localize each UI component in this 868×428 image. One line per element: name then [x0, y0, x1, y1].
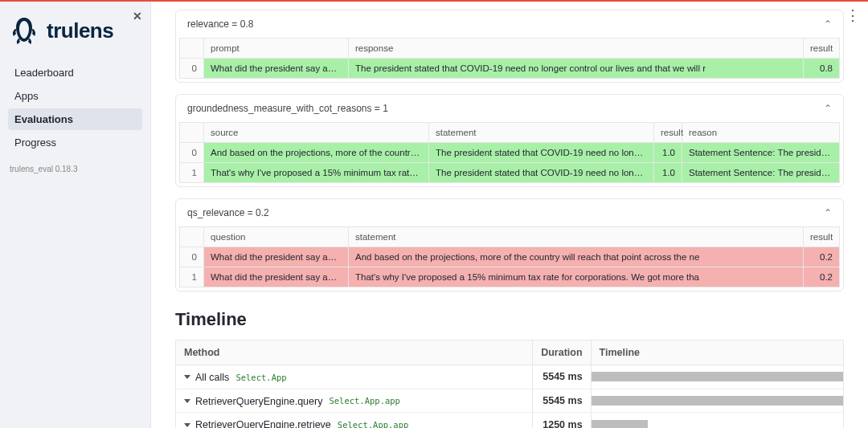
cell: And based on the projections, more of th… — [204, 143, 429, 163]
chevron-up-icon: ⌃ — [824, 207, 832, 218]
nav-item-evaluations[interactable]: Evaluations — [8, 108, 142, 130]
col-idx — [180, 227, 204, 247]
cell: The president stated that COVID-19 need … — [429, 143, 654, 163]
caret-down-icon[interactable] — [184, 399, 190, 403]
cell: That's why I've proposed a 15% minimum t… — [349, 267, 804, 287]
duration-cell: 5545 ms — [533, 389, 591, 413]
chevron-up-icon: ⌃ — [824, 18, 832, 30]
panel-relevance-header[interactable]: relevance = 0.8 ⌃ — [176, 10, 843, 38]
timeline-bar — [592, 420, 649, 428]
method-name: All calls — [195, 372, 229, 383]
close-sidebar-icon[interactable]: ✕ — [133, 10, 142, 22]
nav-item-leaderboard[interactable]: Leaderboard — [8, 62, 142, 84]
cell-reason: Statement Sentence: The president stated… — [682, 163, 840, 183]
method-cell: RetrieverQueryEngine.querySelect.App.app — [176, 389, 533, 413]
col-timeline: Timeline — [591, 340, 843, 365]
main-content: ⋮ relevance = 0.8 ⌃ prompt response resu… — [151, 2, 868, 428]
nav: LeaderboardAppsEvaluationsProgress — [8, 62, 142, 153]
timeline-table: Method Duration Timeline All callsSelect… — [175, 340, 844, 428]
col-statement: statement — [349, 227, 804, 247]
timeline-bar-cell — [591, 413, 843, 428]
col-response: response — [349, 39, 804, 59]
timeline-row[interactable]: RetrieverQueryEngine.querySelect.App.app… — [176, 389, 844, 413]
duration-cell: 1250 ms — [533, 413, 591, 428]
cell: And based on the projections, more of th… — [349, 247, 804, 267]
col-statement: statement — [429, 123, 654, 143]
cell: That's why I've proposed a 15% minimum t… — [204, 163, 429, 183]
cell: What did the president say about covid-1… — [204, 59, 349, 79]
panel-groundedness-title: groundedness_measure_with_cot_reasons = … — [187, 103, 388, 114]
method-name: RetrieverQueryEngine.query — [195, 395, 322, 406]
timeline-row[interactable]: RetrieverQueryEngine.retrieveSelect.App.… — [176, 413, 844, 428]
col-prompt: prompt — [204, 39, 349, 59]
timeline-bar — [592, 372, 843, 381]
panel-groundedness-header[interactable]: groundedness_measure_with_cot_reasons = … — [176, 95, 843, 122]
col-duration: Duration — [533, 340, 591, 365]
app-layout: ✕ trulens LeaderboardAppsEvaluationsProg… — [0, 2, 868, 428]
selector-path: Select.App — [235, 373, 286, 382]
version-label: trulens_eval 0.18.3 — [8, 165, 142, 173]
cell-reason: Statement Sentence: The president stated… — [682, 143, 840, 163]
table-row: 0What did the president say about covid-… — [180, 247, 840, 267]
method-cell: All callsSelect.App — [176, 365, 533, 389]
row-index: 1 — [180, 267, 204, 287]
method-cell: RetrieverQueryEngine.retrieveSelect.App.… — [176, 413, 533, 428]
panel-groundedness: groundedness_measure_with_cot_reasons = … — [175, 94, 844, 187]
selector-path: Select.App.app — [329, 396, 400, 406]
brand-name: trulens — [47, 18, 113, 43]
cell-result: 1.0 — [654, 163, 682, 183]
col-source: source — [204, 123, 429, 143]
col-question: question — [204, 227, 349, 247]
col-result: result — [654, 123, 682, 143]
row-index: 0 — [180, 59, 204, 79]
panel-qs-relevance-title: qs_relevance = 0.2 — [187, 207, 269, 218]
timeline-row[interactable]: All callsSelect.App5545 ms — [176, 365, 844, 389]
sidebar: ✕ trulens LeaderboardAppsEvaluationsProg… — [0, 2, 151, 428]
col-idx — [180, 39, 204, 59]
col-result: result — [804, 39, 840, 59]
cell-result: 0.2 — [804, 267, 840, 287]
col-idx — [180, 123, 204, 143]
col-result: result — [804, 227, 840, 247]
row-index: 0 — [180, 143, 204, 163]
row-index: 0 — [180, 247, 204, 267]
cell: What did the president say about covid-1… — [204, 247, 349, 267]
timeline-title: Timeline — [175, 309, 844, 330]
nav-item-apps[interactable]: Apps — [8, 85, 142, 107]
kebab-menu-icon[interactable]: ⋮ — [845, 6, 860, 24]
method-name: RetrieverQueryEngine.retrieve — [195, 419, 331, 428]
brand-logo-icon — [8, 14, 40, 47]
timeline-bar-cell — [591, 365, 843, 389]
qs-relevance-table: question statement result 0What did the … — [179, 226, 840, 287]
table-row: 0What did the president say about covid-… — [180, 59, 840, 79]
duration-cell: 5545 ms — [533, 365, 591, 389]
panel-qs-relevance: qs_relevance = 0.2 ⌃ question statement … — [175, 198, 844, 291]
relevance-table: prompt response result 0What did the pre… — [179, 38, 840, 79]
table-row: 0And based on the projections, more of t… — [180, 143, 840, 163]
nav-item-progress[interactable]: Progress — [8, 132, 142, 153]
cell-result: 1.0 — [654, 143, 682, 163]
caret-down-icon[interactable] — [184, 423, 190, 427]
groundedness-table: source statement result reason 0And base… — [179, 122, 840, 183]
table-row: 1That's why I've proposed a 15% minimum … — [180, 163, 840, 183]
cell-result: 0.8 — [804, 59, 840, 79]
table-row: 1What did the president say about covid-… — [180, 267, 840, 287]
panel-qs-relevance-header[interactable]: qs_relevance = 0.2 ⌃ — [176, 199, 843, 226]
timeline-bar — [592, 396, 843, 406]
cell: The president stated that COVID-19 need … — [429, 163, 654, 183]
panel-relevance-title: relevance = 0.8 — [187, 18, 253, 30]
brand: trulens — [8, 14, 142, 47]
timeline-bar-cell — [591, 389, 843, 413]
col-reason: reason — [682, 123, 840, 143]
col-method: Method — [176, 340, 533, 365]
row-index: 1 — [180, 163, 204, 183]
selector-path: Select.App.app — [338, 420, 409, 428]
cell: What did the president say about covid-1… — [204, 267, 349, 287]
cell: The president stated that COVID-19 need … — [349, 59, 804, 79]
chevron-up-icon: ⌃ — [824, 103, 832, 114]
cell-result: 0.2 — [804, 247, 840, 267]
caret-down-icon[interactable] — [184, 375, 190, 379]
panel-relevance: relevance = 0.8 ⌃ prompt response result… — [175, 10, 844, 83]
